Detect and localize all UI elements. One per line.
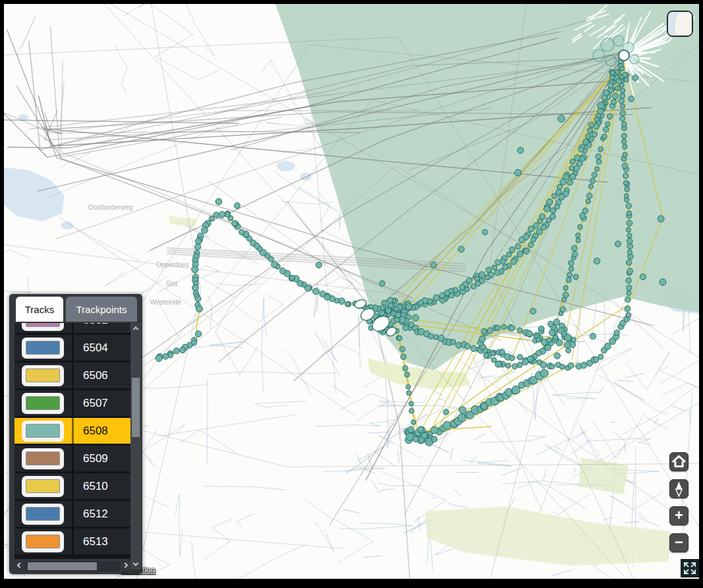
overview-map-toggle[interactable]	[667, 11, 693, 37]
chevron-left-icon	[17, 562, 22, 568]
scroll-up-button[interactable]	[130, 323, 141, 334]
track-id-label: 6508	[72, 418, 130, 444]
track-id-label: 6509	[72, 446, 130, 471]
zoom-in-button[interactable]: +	[669, 506, 689, 525]
track-row[interactable]: 6508	[14, 418, 130, 446]
vertical-scrollbar[interactable]	[130, 323, 141, 570]
track-color-swatch	[22, 531, 64, 552]
track-row[interactable]: 6509	[14, 446, 130, 473]
zoom-in-icon: +	[675, 508, 683, 523]
tab-trackpoints-label: Trackpoints	[76, 304, 127, 315]
chevron-up-icon	[133, 326, 138, 332]
track-color-swatch	[22, 323, 64, 331]
zoom-out-button[interactable]: −	[669, 533, 689, 552]
track-color-swatch	[22, 476, 64, 497]
chevron-down-icon	[133, 560, 138, 566]
map-canvas[interactable]: OpperdoesSlotWesteindeOostlanderweg +	[4, 4, 699, 579]
track-list-viewport: 650265046506650765086509651065126513	[14, 323, 130, 559]
tracks-panel: Tracks Trackpoints 650265046506650765086…	[9, 294, 142, 574]
svg-text:Slot: Slot	[166, 280, 177, 287]
track-color-swatch	[22, 365, 64, 386]
track-id-label: 6513	[72, 529, 130, 554]
scroll-right-button[interactable]	[120, 561, 130, 572]
track-color-swatch	[22, 421, 64, 442]
tab-tracks[interactable]: Tracks	[16, 297, 63, 322]
fullscreen-button[interactable]	[681, 559, 699, 577]
fullscreen-icon	[682, 560, 698, 576]
scroll-left-button[interactable]	[14, 561, 25, 572]
track-id-label: 6512	[72, 501, 130, 527]
track-id-label: 6506	[72, 363, 130, 388]
zoom-out-icon: −	[675, 535, 683, 550]
home-icon	[670, 452, 688, 471]
track-id-label: 6502	[72, 323, 130, 333]
track-id-label: 6510	[72, 473, 130, 499]
tab-trackpoints[interactable]: Trackpoints	[66, 297, 137, 322]
track-row[interactable]: 6507	[14, 390, 130, 418]
track-row[interactable]: 6512	[14, 501, 130, 529]
track-list: 650265046506650765086509651065126513	[14, 323, 130, 556]
track-color-swatch	[22, 338, 64, 359]
track-row[interactable]: 6506	[14, 363, 130, 390]
svg-text:Opperdoes: Opperdoes	[156, 261, 188, 268]
compass-button[interactable]	[669, 479, 689, 498]
tab-tracks-label: Tracks	[25, 304, 54, 315]
track-color-swatch	[22, 393, 64, 414]
horizontal-scroll-thumb[interactable]	[28, 562, 97, 570]
vertical-scroll-thumb[interactable]	[132, 378, 140, 437]
track-row[interactable]: 6502	[14, 323, 130, 335]
home-button[interactable]	[669, 452, 689, 471]
svg-text:Oostlanderweg: Oostlanderweg	[88, 204, 132, 211]
chevron-right-icon	[123, 562, 128, 568]
horizontal-scrollbar[interactable]	[14, 561, 130, 572]
compass-icon	[670, 479, 688, 498]
overview-map-icon	[668, 12, 692, 36]
svg-text:Westeinde: Westeinde	[150, 299, 182, 306]
track-color-swatch	[22, 504, 64, 525]
track-row[interactable]: 6504	[14, 335, 130, 363]
track-row[interactable]: 6513	[14, 529, 130, 556]
track-id-label: 6507	[72, 390, 130, 416]
track-color-swatch	[22, 448, 64, 469]
track-row[interactable]: 6510	[14, 473, 130, 501]
scroll-down-button[interactable]	[130, 559, 141, 570]
app-window: OpperdoesSlotWesteindeOostlanderweg +	[0, 0, 703, 588]
track-id-label: 6504	[72, 335, 130, 361]
